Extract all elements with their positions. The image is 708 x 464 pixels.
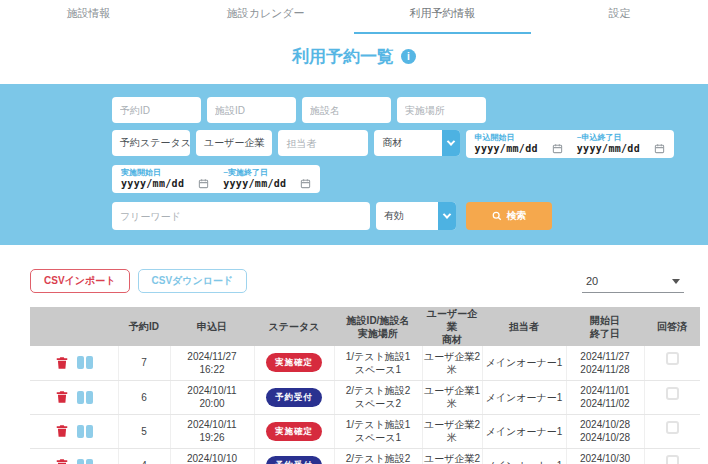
cell-applied-at: 2024/10/1017:17 — [170, 448, 254, 464]
cell-reservation-id: 7 — [118, 346, 170, 380]
copy-icon[interactable] — [77, 391, 93, 404]
cell-company: ユーザ企業2米 — [422, 448, 482, 464]
toolbar: CSVインポート CSVダウンロード 20 — [0, 245, 708, 293]
csv-download-button[interactable]: CSVダウンロード — [138, 269, 248, 293]
answered-checkbox[interactable] — [666, 387, 679, 400]
page-size-value: 20 — [586, 275, 598, 287]
delete-icon[interactable] — [55, 457, 69, 464]
cell-reservation-id: 5 — [118, 414, 170, 448]
cell-applied-at: 2024/10/1119:26 — [170, 414, 254, 448]
cell-dates: 2024/11/012024/11/02 — [566, 380, 644, 414]
csv-import-button[interactable]: CSVインポート — [30, 269, 130, 293]
page-size-select[interactable]: 20 — [582, 273, 684, 293]
cell-reservation-id: 4 — [118, 448, 170, 464]
copy-icon[interactable] — [77, 356, 93, 369]
table-row: 7 2024/11/2716:22 実施確定 1/テスト施設1スペース1 ユーザ… — [30, 346, 700, 380]
header-company: ユーザー企業商材 — [422, 307, 482, 346]
apply-start-date-input[interactable]: yyyy/mm/dd — [475, 143, 538, 154]
header-facility: 施設ID/施設名実施場所 — [334, 307, 422, 346]
exec-end-date-input[interactable]: yyyy/mm/dd — [223, 178, 286, 189]
freeword-input[interactable] — [112, 202, 370, 230]
manager-input[interactable] — [278, 130, 368, 156]
exec-start-label: 実施開始日 — [121, 168, 209, 178]
table-row: 4 2024/10/1017:17 予約受付 2/テスト施設2スペース2 ユーザ… — [30, 448, 700, 464]
table-row: 6 2024/10/1120:00 予約受付 2/テスト施設2スペース2 ユーザ… — [30, 380, 700, 414]
header-manager: 担当者 — [482, 307, 566, 346]
calendar-icon[interactable] — [300, 178, 311, 189]
header-applied-at: 申込日 — [170, 307, 254, 346]
cell-manager: メインオーナー1 — [482, 380, 566, 414]
header-actions — [30, 307, 118, 346]
delete-icon[interactable] — [55, 389, 69, 405]
cell-facility: 2/テスト施設2スペース2 — [334, 380, 422, 414]
table-header-row: 予約ID 申込日 ステータス 施設ID/施設名実施場所 ユーザー企業商材 担当者… — [30, 307, 700, 346]
search-button[interactable]: 検索 — [466, 202, 552, 230]
apply-date-range: 申込開始日 yyyy/mm/dd ~申込終了日 yyyy/mm/dd — [466, 130, 674, 158]
cell-company: ユーザ企業2米 — [422, 346, 482, 380]
chevron-down-icon — [438, 202, 456, 230]
cell-facility: 1/テスト施設1スペース1 — [334, 346, 422, 380]
search-icon — [492, 211, 502, 221]
reservation-id-input[interactable] — [112, 97, 201, 123]
status-badge: 予約受付 — [266, 388, 322, 407]
apply-end-date-input[interactable]: yyyy/mm/dd — [577, 143, 640, 154]
page-title: 利用予約一覧 — [292, 45, 394, 68]
exec-end-label: ~実施終了日 — [223, 168, 311, 178]
copy-icon[interactable] — [77, 459, 93, 464]
chevron-down-icon — [442, 130, 460, 156]
cell-applied-at: 2024/10/1120:00 — [170, 380, 254, 414]
table-row: 5 2024/10/1119:26 実施確定 1/テスト施設1スペース1 ユーザ… — [30, 414, 700, 448]
tab-settings[interactable]: 設定 — [531, 0, 708, 34]
user-company-select[interactable]: ユーザー企業 — [196, 130, 272, 156]
cell-manager: メインオーナー1 — [482, 448, 566, 464]
calendar-icon[interactable] — [552, 143, 563, 154]
status-badge: 予約受付 — [266, 456, 322, 464]
calendar-icon[interactable] — [198, 178, 209, 189]
search-label: 検索 — [507, 209, 527, 223]
tab-facility-info[interactable]: 施設情報 — [0, 0, 177, 34]
filter-panel: 予約ステータス ユーザー企業 商材 申込開始日 yyyy/mm/dd ~申込終了… — [0, 84, 708, 245]
tab-reservation-info[interactable]: 利用予約情報 — [354, 0, 531, 34]
delete-icon[interactable] — [55, 355, 69, 371]
cell-dates: 2024/10/302024/10/31 — [566, 448, 644, 464]
location-input[interactable] — [397, 97, 486, 123]
tab-facility-calendar[interactable]: 施設カレンダー — [177, 0, 354, 34]
top-nav: 施設情報 施設カレンダー 利用予約情報 設定 — [0, 0, 708, 34]
product-value: 商材 — [374, 130, 441, 156]
cell-company: ユーザ企業1米 — [422, 380, 482, 414]
exec-start-date-input[interactable]: yyyy/mm/dd — [121, 178, 184, 189]
cell-manager: メインオーナー1 — [482, 414, 566, 448]
answered-checkbox[interactable] — [666, 352, 679, 365]
apply-start-label: 申込開始日 — [475, 133, 563, 143]
active-select[interactable]: 有効 — [376, 202, 456, 230]
exec-date-range: 実施開始日 yyyy/mm/dd ~実施終了日 yyyy/mm/dd — [112, 165, 320, 193]
calendar-icon[interactable] — [654, 143, 665, 154]
header-reservation-id: 予約ID — [118, 307, 170, 346]
copy-icon[interactable] — [77, 425, 93, 438]
title-row: 利用予約一覧 i — [0, 34, 708, 84]
status-badge: 実施確定 — [266, 422, 322, 441]
info-icon[interactable]: i — [401, 49, 416, 64]
facility-id-input[interactable] — [207, 97, 296, 123]
header-dates: 開始日終了日 — [566, 307, 644, 346]
reservation-status-select[interactable]: 予約ステータス — [112, 130, 190, 156]
apply-end-label: ~申込終了日 — [577, 133, 665, 143]
cell-applied-at: 2024/11/2716:22 — [170, 346, 254, 380]
product-select[interactable]: 商材 — [374, 130, 459, 156]
reservation-status-value: 予約ステータス — [112, 130, 190, 156]
facility-name-input[interactable] — [302, 97, 391, 123]
reservations-table: 予約ID 申込日 ステータス 施設ID/施設名実施場所 ユーザー企業商材 担当者… — [30, 307, 700, 464]
cell-company: ユーザ企業2米 — [422, 414, 482, 448]
cell-facility: 2/テスト施設2スペース2 — [334, 448, 422, 464]
cell-reservation-id: 6 — [118, 380, 170, 414]
status-badge: 実施確定 — [266, 353, 322, 372]
dropdown-arrow-icon — [672, 279, 680, 284]
answered-checkbox[interactable] — [666, 455, 679, 464]
answered-checkbox[interactable] — [666, 421, 679, 434]
user-company-value: ユーザー企業 — [196, 130, 272, 156]
delete-icon[interactable] — [55, 423, 69, 439]
cell-manager: メインオーナー1 — [482, 346, 566, 380]
cell-facility: 1/テスト施設1スペース1 — [334, 414, 422, 448]
header-status: ステータス — [254, 307, 334, 346]
cell-dates: 2024/10/282024/10/28 — [566, 414, 644, 448]
